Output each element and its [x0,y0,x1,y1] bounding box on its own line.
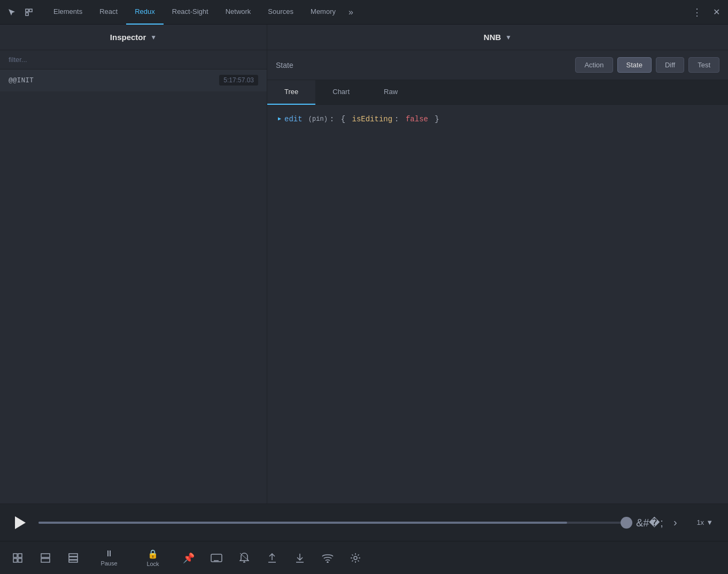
svg-rect-10 [69,557,78,560]
timeline-slider[interactable] [38,522,632,524]
state-btn[interactable]: State [617,57,652,73]
right-panel: State Action State Diff Test Tree Chart … [267,50,728,503]
svg-point-31 [327,562,328,563]
action-list: @@INIT 5:17:57.03 [0,69,267,503]
content-area: ▶ edit (pin) : { isEditing : false } [267,105,728,503]
diff-btn[interactable]: Diff [656,57,684,73]
tab-memory[interactable]: Memory [302,0,344,25]
cursor-icon[interactable] [4,5,19,20]
playback-bar: &#�; › 1x ▼ [0,503,728,541]
prev-action-btn[interactable]: &#�; [641,514,658,531]
svg-rect-2 [26,13,28,15]
nnb-dropdown-arrow[interactable]: ▼ [505,34,512,41]
right-toolbar: State Action State Diff Test [267,50,728,80]
svg-rect-0 [26,9,28,12]
filter-input[interactable] [0,50,267,69]
left-panel: @@INIT 5:17:57.03 [0,50,267,503]
slider-fill [38,522,567,524]
nnb-label: NNB [484,33,501,42]
tree-separator: : [330,113,334,125]
svg-rect-3 [13,554,17,557]
svg-rect-11 [69,560,78,562]
svg-rect-4 [18,554,22,557]
tab-raw[interactable]: Raw [367,80,415,105]
nav-right: ⋮ ✕ [690,5,724,20]
play-icon [15,516,26,529]
speed-label: 1x [696,518,704,526]
nav-icons [4,5,36,20]
close-btn[interactable]: ✕ [709,5,724,20]
inspector-section[interactable]: Inspector ▼ [0,25,267,50]
action-name: @@INIT [9,76,34,84]
tab-sources[interactable]: Sources [259,0,302,25]
inspect-icon[interactable] [21,5,36,20]
tree-pin-label: (pin) [305,114,328,125]
pause-btn[interactable]: ⏸ Pause [88,545,130,571]
next-action-btn[interactable]: › [667,514,684,531]
slider-thumb[interactable] [621,517,632,529]
nnb-section[interactable]: NNB ▼ [267,33,728,42]
nav-tabs: Elements React Redux React-Sight Network… [45,0,690,25]
action-item[interactable]: @@INIT 5:17:57.03 [0,69,267,91]
download-btn[interactable] [286,545,313,571]
lock-label: Lock [146,561,159,567]
tab-react-sight[interactable]: React-Sight [164,0,217,25]
play-button[interactable] [11,513,30,532]
tree-key: edit [284,113,303,125]
pin-btn[interactable]: 📌 [175,545,202,571]
lock-btn[interactable]: 🔒 Lock [131,545,174,571]
tree-prop-value: false [401,113,428,125]
slider-track [38,522,632,524]
svg-point-32 [354,556,357,560]
tab-redux[interactable]: Redux [126,0,164,25]
tab-chart[interactable]: Chart [315,80,367,105]
notify-btn[interactable] [231,545,258,571]
upload-btn[interactable] [259,545,285,571]
wifi-btn[interactable] [314,545,341,571]
speed-dropdown-arrow: ▼ [706,518,713,526]
more-tabs-btn[interactable]: » [344,0,358,25]
inspector-label: Inspector [110,33,146,42]
nav-more-options[interactable]: ⋮ [690,5,704,20]
test-btn[interactable]: Test [688,57,719,73]
lock-icon: 🔒 [148,549,158,559]
svg-rect-9 [69,554,78,556]
grid-small-btn[interactable] [4,545,31,571]
tree-open-brace: { [336,113,350,125]
pause-icon: ⏸ [105,549,113,559]
tree-prop-key: isEditing [352,113,392,125]
tree-prop-colon: : [394,113,399,125]
svg-rect-1 [29,9,32,12]
pin-icon: 📌 [183,552,195,564]
pause-label: Pause [100,560,117,567]
inspector-dropdown-arrow[interactable]: ▼ [150,34,157,41]
tree-close-brace: } [430,113,439,125]
sub-header: Inspector ▼ NNB ▼ [0,25,728,50]
top-nav: Elements React Redux React-Sight Network… [0,0,728,25]
keyboard-btn[interactable] [203,545,230,571]
settings-btn[interactable] [342,545,369,571]
state-section-label: State [276,61,293,69]
main-area: @@INIT 5:17:57.03 State Action State Dif… [0,50,728,503]
action-btn[interactable]: Action [575,57,613,73]
svg-rect-5 [13,559,17,562]
sub-tabs: Tree Chart Raw [267,80,728,105]
action-bar: ⏸ Pause 🔒 Lock 📌 [0,541,728,574]
speed-selector[interactable]: 1x ▼ [692,516,717,529]
grid-medium-btn[interactable] [32,545,59,571]
tree-expand-arrow[interactable]: ▶ [278,115,281,123]
grid-large-btn[interactable] [60,545,87,571]
svg-rect-6 [18,559,22,562]
tree-line: ▶ edit (pin) : { isEditing : false } [278,113,717,125]
svg-rect-7 [41,554,50,557]
tab-tree[interactable]: Tree [267,80,315,105]
tab-react[interactable]: React [91,0,126,25]
svg-rect-8 [41,559,50,562]
tab-network[interactable]: Network [217,0,260,25]
action-time: 5:17:57.03 [219,75,258,86]
tab-elements[interactable]: Elements [45,0,91,25]
